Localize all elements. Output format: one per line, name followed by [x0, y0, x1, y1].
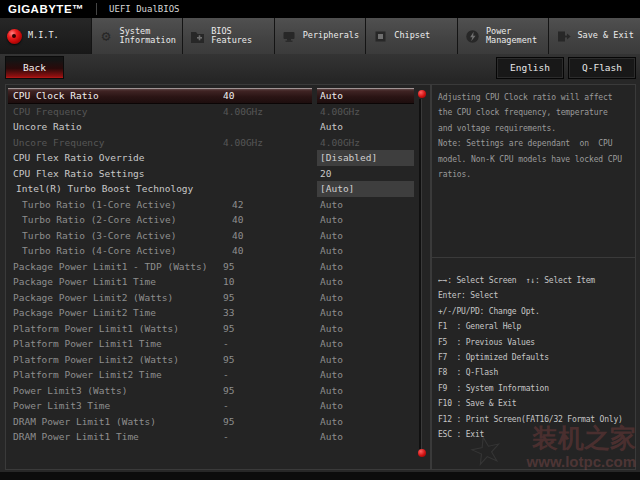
sub-bar: Back English Q-Flash [0, 54, 640, 80]
settings-row[interactable]: DRAM Power Limit1 Time - Auto [8, 429, 414, 445]
setting-option-value: Auto [317, 274, 414, 290]
setting-option-value: Auto [317, 305, 414, 321]
tab-label: M.I.T. [28, 31, 90, 41]
language-button[interactable]: English [496, 57, 564, 79]
settings-row[interactable]: Turbo Ratio (1-Core Active) 42 Auto [8, 197, 414, 213]
setting-label: Turbo Ratio (4-Core Active) [8, 243, 232, 259]
settings-row[interactable]: Platform Power Limit2 (Watts) 95 Auto [8, 352, 414, 368]
setting-option-value: Auto [317, 212, 414, 228]
setting-label: Package Power Limit1 Time [8, 274, 223, 290]
settings-row[interactable]: Package Power Limit1 Time 10 Auto [8, 274, 414, 290]
setting-option-value: [Disabled] [317, 150, 414, 166]
bottom-bar [0, 472, 640, 480]
settings-row[interactable]: Uncore Frequency 4.00GHz 4.00GHz [8, 135, 414, 151]
settings-row[interactable]: Power Limit3 (Watts) 95 Auto [8, 383, 414, 399]
settings-panel: CPU Clock Ratio 40 Auto CPU Frequency 4.… [5, 84, 431, 470]
setting-current-value: 4.00GHz [223, 135, 312, 151]
setting-option-value: Auto [317, 321, 414, 337]
tab-mit[interactable]: M.I.T. [0, 18, 91, 54]
setting-current-value: 40 [232, 228, 312, 244]
setting-option-value: 4.00GHz [317, 104, 414, 120]
settings-row[interactable]: Package Power Limit2 Time 33 Auto [8, 305, 414, 321]
settings-row[interactable]: Uncore Ratio Auto [8, 119, 414, 135]
settings-row[interactable]: Turbo Ratio (4-Core Active) 40 Auto [8, 243, 414, 259]
item-help-text: Adjusting CPU Clock ratio will affectthe… [432, 85, 635, 187]
setting-current-value: 42 [232, 197, 312, 213]
tab-label: System Information [120, 27, 182, 46]
tab-chipset[interactable]: Chipset [366, 18, 457, 54]
back-button[interactable]: Back [5, 56, 64, 79]
tab-power-management[interactable]: Power Management [458, 18, 549, 54]
setting-option-value: Auto [317, 119, 414, 135]
settings-row[interactable]: Power Limit3 Time - Auto [8, 398, 414, 414]
settings-row[interactable]: Platform Power Limit1 Time - Auto [8, 336, 414, 352]
settings-row[interactable]: Platform Power Limit1 (Watts) 95 Auto [8, 321, 414, 337]
setting-label: Platform Power Limit1 (Watts) [8, 321, 223, 337]
setting-label: CPU Flex Ratio Settings [8, 166, 223, 182]
setting-current-value: 40 [223, 88, 312, 104]
setting-label: Power Limit3 (Watts) [8, 383, 223, 399]
power-bolt-icon [464, 28, 481, 45]
tab-label: BIOS Features [211, 27, 273, 46]
setting-label: DRAM Power Limit1 Time [8, 429, 223, 445]
tab-peripherals[interactable]: Peripherals [275, 18, 366, 54]
setting-label: Package Power Limit2 Time [8, 305, 223, 321]
settings-row[interactable]: Package Power Limit2 (Watts) 95 Auto [8, 290, 414, 306]
settings-row[interactable]: DRAM Power Limit1 (Watts) 95 Auto [8, 414, 414, 430]
settings-row[interactable]: Intel(R) Turbo Boost Technology [Auto] [8, 181, 414, 197]
setting-option-value: Auto [317, 197, 414, 213]
gigabyte-logo: GIGABYTE™ [0, 3, 96, 15]
setting-option-value: 20 [317, 166, 414, 182]
setting-label: Intel(R) Turbo Boost Technology [8, 181, 226, 197]
setting-current-value: 95 [223, 290, 312, 306]
record-icon [7, 29, 22, 44]
settings-row[interactable]: Turbo Ratio (3-Core Active) 40 Auto [8, 228, 414, 244]
setting-current-value: - [223, 429, 312, 445]
scroll-down-indicator[interactable] [418, 449, 426, 457]
setting-current-value: 33 [223, 305, 312, 321]
monitor-icon [281, 28, 298, 45]
setting-option-value: Auto [317, 336, 414, 352]
setting-current-value: 95 [223, 259, 312, 275]
settings-row[interactable]: CPU Frequency 4.00GHz 4.00GHz [8, 104, 414, 120]
setting-option-value: Auto [317, 228, 414, 244]
tab-label: Chipset [394, 31, 456, 41]
scroll-up-indicator[interactable] [418, 90, 426, 98]
tab-save-exit[interactable]: Save & Exit [549, 18, 640, 54]
settings-row[interactable]: CPU Clock Ratio 40 Auto [8, 88, 414, 104]
setting-label: CPU Clock Ratio [8, 88, 223, 104]
setting-current-value: 95 [223, 383, 312, 399]
gear-icon: ⚙ [98, 28, 115, 45]
setting-label: CPU Frequency [8, 104, 223, 120]
tab-label: Power Management [486, 27, 548, 46]
setting-option-value: Auto [317, 88, 414, 104]
setting-label: Platform Power Limit1 Time [8, 336, 223, 352]
setting-current-value: 4.00GHz [223, 104, 312, 120]
settings-row[interactable]: CPU Flex Ratio Settings 20 [8, 166, 414, 182]
settings-row[interactable]: CPU Flex Ratio Override [Disabled] [8, 150, 414, 166]
setting-option-value: Auto [317, 398, 414, 414]
qflash-button[interactable]: Q-Flash [568, 57, 636, 79]
scrollbar-track[interactable] [419, 99, 422, 449]
setting-label: Platform Power Limit2 (Watts) [8, 352, 223, 368]
setting-option-value: Auto [317, 414, 414, 430]
setting-option-value: Auto [317, 290, 414, 306]
tab-system-information[interactable]: ⚙ System Information [92, 18, 183, 54]
panel-divider [432, 257, 635, 258]
setting-current-value: 95 [223, 352, 312, 368]
exit-door-icon [555, 28, 572, 45]
settings-row[interactable]: Package Power Limit1 - TDP (Watts) 95 Au… [8, 259, 414, 275]
setting-label: DRAM Power Limit1 (Watts) [8, 414, 223, 430]
setting-label: Turbo Ratio (3-Core Active) [8, 228, 232, 244]
setting-current-value [223, 166, 312, 182]
setting-current-value: 95 [223, 321, 312, 337]
setting-current-value [223, 119, 312, 135]
setting-current-value [223, 150, 312, 166]
bios-screen: GIGABYTE™ UEFI DualBIOS M.I.T. ⚙ System … [0, 0, 640, 480]
setting-label: Package Power Limit1 - TDP (Watts) [8, 259, 223, 275]
tab-bar: M.I.T. ⚙ System Information BIOS Feature… [0, 18, 640, 54]
tab-bios-features[interactable]: BIOS Features [183, 18, 274, 54]
setting-label: Package Power Limit2 (Watts) [8, 290, 223, 306]
settings-row[interactable]: Platform Power Limit2 Time - Auto [8, 367, 414, 383]
settings-row[interactable]: Turbo Ratio (2-Core Active) 40 Auto [8, 212, 414, 228]
